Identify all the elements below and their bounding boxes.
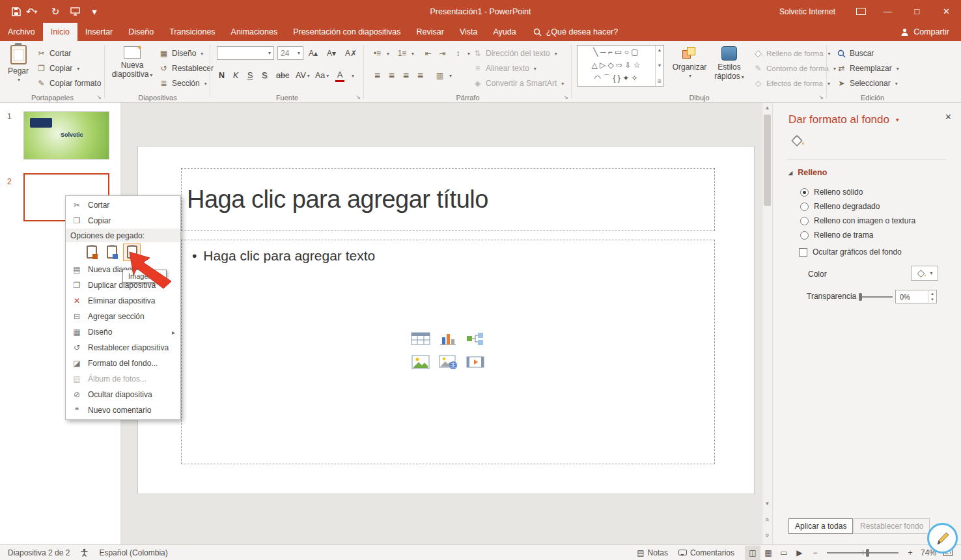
italic-button[interactable]: K <box>231 68 240 83</box>
tell-me-search[interactable]: ¿Qué desea hacer? <box>524 23 628 41</box>
slide-counter[interactable]: Diapositiva 2 de 2 <box>8 548 70 557</box>
minimize-button[interactable]: — <box>873 0 902 23</box>
spin-down-icon[interactable]: ▼ <box>928 297 936 303</box>
share-button[interactable]: Compartir <box>889 23 961 41</box>
menu-reset-slide[interactable]: ↺Restablecer diapositiva <box>66 340 180 356</box>
radio-pattern-fill[interactable]: Relleno de trama <box>800 231 873 240</box>
tab-archivo[interactable]: Archivo <box>0 23 43 41</box>
decrease-indent-button[interactable]: ⇤ <box>421 46 435 61</box>
start-slideshow-button[interactable] <box>65 3 85 21</box>
portapapeles-dialog-launcher[interactable]: ↘ <box>96 94 102 100</box>
gallery-up-icon[interactable]: ▲ <box>658 48 662 52</box>
transparency-spinbox[interactable]: 0% ▲▼ <box>895 290 937 303</box>
next-slide-button[interactable]: » <box>764 531 772 540</box>
save-button[interactable] <box>7 3 26 21</box>
gallery-more-icon[interactable]: ⊞ <box>658 79 662 84</box>
arrange-button[interactable]: Organizar ▾ <box>671 46 708 81</box>
menu-format-background[interactable]: ◪Formato del fondo... <box>66 356 180 371</box>
tab-revisar[interactable]: Revisar <box>409 23 452 41</box>
color-picker-button[interactable]: ▾ <box>911 266 938 281</box>
insert-online-picture-icon[interactable] <box>436 353 460 371</box>
undo-button[interactable]: ↶▾ <box>26 3 46 21</box>
insert-picture-icon[interactable] <box>409 353 432 371</box>
tab-diseno[interactable]: Diseño <box>120 23 161 41</box>
paste-use-destination-theme-button[interactable] <box>83 244 100 261</box>
normal-view-button[interactable]: ◫ <box>745 546 760 560</box>
ribbon-display-options-button[interactable] <box>848 0 873 23</box>
scrollbar-thumb[interactable] <box>764 115 771 206</box>
tab-ayuda[interactable]: Ayuda <box>486 23 524 41</box>
bold-button[interactable]: N <box>217 68 227 83</box>
fill-section-header[interactable]: ◢ Relleno <box>788 168 827 177</box>
customize-qat-button[interactable]: ▾ <box>85 3 104 21</box>
justify-button[interactable]: ≣ <box>413 68 427 83</box>
numbering-button[interactable]: 1≡▾ <box>395 46 416 61</box>
insert-chart-icon[interactable] <box>436 329 460 348</box>
shape-effects-button[interactable]: ◇Efectos de forma▾ <box>751 76 832 91</box>
menu-new-comment[interactable]: ❝Nuevo comentario <box>66 402 180 418</box>
select-button[interactable]: ➤Seleccionar▾ <box>835 76 900 91</box>
title-placeholder[interactable]: Haga clic para agregar título <box>181 168 715 231</box>
zoom-in-button[interactable]: + <box>902 546 918 560</box>
cut-button[interactable]: ✂Cortar <box>35 46 73 61</box>
bullets-button[interactable]: •≡▾ <box>370 46 391 61</box>
zoom-slider-handle[interactable] <box>866 549 869 557</box>
transparency-spin-buttons[interactable]: ▲▼ <box>928 290 936 303</box>
menu-layout[interactable]: ▦Diseño▸ <box>66 324 180 340</box>
reset-background-button[interactable]: Restablecer fondo <box>854 518 930 534</box>
align-text-button[interactable]: ≡Alinear texto▾ <box>471 61 538 76</box>
radio-solid-fill[interactable]: Relleno sólido <box>800 188 863 197</box>
font-name-combobox[interactable]: ▾ <box>217 46 274 60</box>
shapes-gallery-scroll[interactable]: ▲ ▼ ⊞ <box>655 46 663 86</box>
close-button[interactable]: ✕ <box>932 0 961 23</box>
notes-toggle[interactable]: ▤Notas <box>637 548 668 557</box>
pane-title-caret-icon[interactable]: ▾ <box>896 117 899 123</box>
new-slide-button[interactable]: ✦ Nueva diapositiva▾ <box>110 46 154 80</box>
menu-copy[interactable]: ❐Copiar <box>66 213 180 229</box>
account-name[interactable]: Solvetic Internet <box>779 7 835 16</box>
align-right-button[interactable]: ≣ <box>399 68 413 83</box>
hide-background-checkbox[interactable]: Ocultar gráficos del fondo <box>799 247 902 257</box>
fuente-dialog-launcher[interactable]: ↘ <box>355 94 361 100</box>
content-placeholder[interactable]: •Haga clic para agregar texto <box>181 240 715 464</box>
change-case-button[interactable]: Aa▾ <box>313 68 331 83</box>
gallery-down-icon[interactable]: ▼ <box>658 63 662 68</box>
text-shadow-button[interactable]: S <box>260 68 269 83</box>
tab-insertar[interactable]: Insertar <box>77 23 120 41</box>
strikethrough-button[interactable]: abc <box>274 68 291 83</box>
reset-slide-button[interactable]: ↺Restablecer <box>157 61 216 76</box>
scroll-down-icon[interactable]: ▼ <box>762 501 772 507</box>
quick-styles-button[interactable]: Estilos rápidos▾ <box>711 46 747 82</box>
reading-view-button[interactable]: ▭ <box>776 546 792 560</box>
font-color-button[interactable]: A <box>335 70 344 82</box>
redo-button[interactable]: ↻ <box>46 3 65 21</box>
columns-button[interactable]: ▥▾ <box>433 68 454 83</box>
character-spacing-button[interactable]: AV▾ <box>294 68 312 83</box>
paste-button[interactable]: Pegar ▾ <box>4 45 33 85</box>
language-indicator[interactable]: Español (Colombia) <box>99 548 167 557</box>
apply-to-all-button[interactable]: Aplicar a todas <box>788 518 853 534</box>
slide-1-thumbnail[interactable]: Solvetic <box>23 111 109 160</box>
zoom-out-button[interactable]: − <box>807 546 823 560</box>
insert-video-icon[interactable] <box>464 353 487 371</box>
dibujo-dialog-launcher[interactable]: ↘ <box>818 94 824 100</box>
font-color-caret[interactable]: ▾ <box>348 68 356 83</box>
clear-formatting-button[interactable]: A✗ <box>343 46 359 61</box>
slide-sorter-view-button[interactable]: ▦ <box>760 546 776 560</box>
menu-photo-album[interactable]: ▤Álbum de fotos... <box>66 371 180 387</box>
format-painter-button[interactable]: ✎Copiar formato <box>35 76 103 91</box>
align-left-button[interactable]: ≣ <box>370 68 384 83</box>
text-direction-button[interactable]: ⇅Dirección del texto▾ <box>471 46 559 61</box>
scroll-up-icon[interactable]: ▲ <box>762 105 772 111</box>
spin-up-icon[interactable]: ▲ <box>928 290 936 297</box>
pane-close-button[interactable]: ✕ <box>945 112 952 122</box>
menu-hide-slide[interactable]: ⊘Ocultar diapositiva <box>66 387 180 402</box>
underline-button[interactable]: S <box>245 68 255 83</box>
shape-fill-button[interactable]: Relleno de forma▾ <box>751 46 833 61</box>
convert-smartart-button[interactable]: ◈Convertir a SmartArt▾ <box>471 76 566 91</box>
slide-canvas[interactable]: Haga clic para agregar título •Haga clic… <box>138 147 754 494</box>
tab-transiciones[interactable]: Transiciones <box>161 23 223 41</box>
insert-smartart-icon[interactable] <box>464 329 487 348</box>
comments-toggle[interactable]: Comentarios <box>678 548 734 557</box>
copy-button[interactable]: ❐Copiar▾ <box>35 61 81 76</box>
